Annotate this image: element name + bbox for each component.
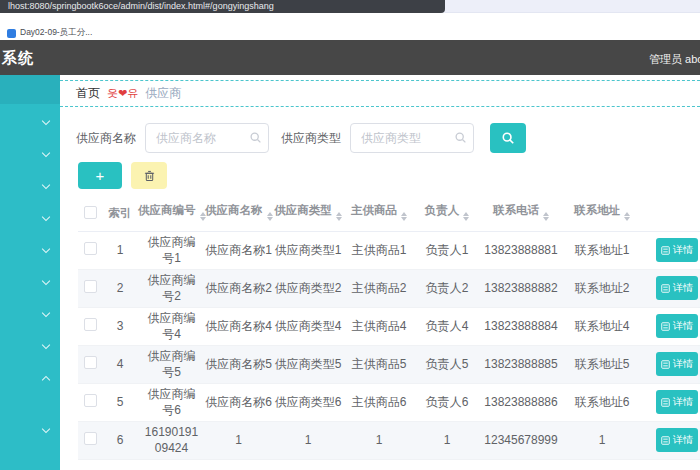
breadcrumb-home[interactable]: 首页 (76, 85, 100, 102)
cell-main-product: 1 (344, 421, 414, 459)
row-checkbox[interactable] (84, 280, 97, 293)
cell-supplier-code: 1619019109424 (138, 421, 205, 459)
cell-phone: 13823888885 (480, 345, 562, 383)
cell-index: 2 (102, 269, 138, 307)
sort-caret-icon[interactable] (267, 209, 273, 224)
url-text: lhost:8080/springbootk6oce/admin/dist/in… (8, 1, 274, 11)
detail-button-label: 详情 (673, 319, 693, 333)
column-header-label: 联系地址 (574, 204, 620, 216)
cell-manager: 负责人6 (414, 383, 480, 421)
url-suggestion[interactable]: lhost:8080/springbootk6oce/admin/dist/in… (0, 0, 445, 13)
supplier-name-input-wrap (145, 123, 269, 153)
cell-index: 6 (102, 421, 138, 459)
sort-caret-icon[interactable] (336, 209, 342, 224)
detail-button[interactable]: 详情 (656, 390, 698, 414)
column-header[interactable]: 联系电话 (480, 197, 562, 231)
row-checkbox[interactable] (84, 394, 97, 407)
supplier-table: 索引供应商编号供应商名称供应商类型主供商品负责人联系电话联系地址 1 供应商编号… (78, 197, 700, 460)
cell-supplier-name: 供应商名称1 (205, 231, 272, 269)
cell-supplier-name: 1 (205, 421, 272, 459)
cell-supplier-type: 供应商类型4 (272, 307, 344, 345)
cell-supplier-type: 1 (272, 421, 344, 459)
column-header[interactable]: 供应商类型 (272, 197, 344, 231)
cell-supplier-code: 供应商编号1 (138, 231, 205, 269)
sidebar-header (0, 75, 60, 104)
detail-button-label: 详情 (673, 243, 693, 257)
detail-button[interactable]: 详情 (656, 428, 698, 452)
select-all-checkbox[interactable] (84, 206, 97, 219)
detail-button-label: 详情 (673, 395, 693, 409)
row-checkbox[interactable] (84, 242, 97, 255)
cell-address: 联系地址5 (562, 345, 642, 383)
actions-cell: 详情 (642, 345, 700, 383)
sort-caret-icon[interactable] (624, 209, 630, 224)
main-layout: 首页 웃❤유 供应商 供应商名称 供应商类型 (0, 75, 700, 470)
sidebar-item[interactable] (0, 330, 60, 362)
row-checkbox[interactable] (84, 318, 97, 331)
checkbox-cell (78, 383, 102, 421)
delete-button[interactable] (131, 162, 167, 189)
omnibox-background (445, 0, 700, 13)
cell-main-product: 主供商品6 (344, 383, 414, 421)
column-header-label: 联系电话 (493, 204, 539, 216)
cell-phone: 13823888882 (480, 269, 562, 307)
browser-top-strip: lhost:8080/springbootk6oce/admin/dist/in… (0, 0, 700, 13)
cell-supplier-type: 供应商类型5 (272, 345, 344, 383)
search-button[interactable] (490, 123, 526, 153)
search-icon (454, 131, 467, 144)
actions-cell: 详情 (642, 231, 700, 269)
column-header[interactable]: 供应商名称 (205, 197, 272, 231)
user-info[interactable]: 管理员 abo (649, 52, 700, 67)
detail-button[interactable]: 详情 (656, 238, 698, 262)
sidebar-item[interactable] (0, 202, 60, 234)
sidebar-item[interactable] (0, 234, 60, 266)
cell-supplier-name: 供应商名称4 (205, 307, 272, 345)
sidebar-item[interactable] (0, 298, 60, 330)
column-header[interactable]: 供应商编号 (138, 197, 205, 231)
sidebar-item[interactable] (0, 362, 60, 394)
cell-phone: 13823888886 (480, 383, 562, 421)
row-checkbox[interactable] (84, 432, 97, 445)
add-button[interactable]: + (78, 162, 122, 189)
sidebar-item[interactable] (0, 414, 60, 446)
detail-button-label: 详情 (673, 281, 693, 295)
sort-caret-icon[interactable] (543, 209, 549, 224)
cell-supplier-name: 供应商名称6 (205, 383, 272, 421)
sidebar-item[interactable] (0, 266, 60, 298)
detail-icon (661, 284, 670, 293)
sort-caret-icon[interactable] (463, 209, 469, 224)
sidebar-item[interactable] (0, 138, 60, 170)
column-header[interactable]: 负责人 (414, 197, 480, 231)
cell-supplier-code: 供应商编号6 (138, 383, 205, 421)
sort-caret-icon[interactable] (401, 209, 407, 224)
column-header[interactable]: 主供商品 (344, 197, 414, 231)
chevron-down-icon (42, 245, 50, 253)
breadcrumb-current: 供应商 (145, 85, 181, 102)
cell-supplier-code: 供应商编号5 (138, 345, 205, 383)
cell-supplier-type: 供应商类型6 (272, 383, 344, 421)
chevron-down-icon (42, 425, 50, 433)
cell-main-product: 主供商品1 (344, 231, 414, 269)
chevron-down-icon (42, 277, 50, 285)
detail-button[interactable]: 详情 (656, 314, 698, 338)
bookmark-item[interactable]: Day02-09-员工分... (20, 27, 92, 39)
sidebar-item[interactable] (0, 106, 60, 138)
detail-icon (661, 398, 670, 407)
column-header[interactable]: 联系地址 (562, 197, 642, 231)
column-header-label: 供应商名称 (205, 204, 263, 216)
detail-button[interactable]: 详情 (656, 276, 698, 300)
sidebar-item[interactable] (0, 170, 60, 202)
cell-supplier-type: 供应商类型1 (272, 231, 344, 269)
bookmark-favicon-icon (7, 29, 16, 38)
table-header-row: 索引供应商编号供应商名称供应商类型主供商品负责人联系电话联系地址 (78, 197, 700, 231)
table-row: 5 供应商编号6 供应商名称6 供应商类型6 主供商品6 负责人6 138238… (78, 383, 700, 421)
row-checkbox[interactable] (84, 356, 97, 369)
table-row: 6 1619019109424 1 1 1 1 12345678999 1 详情 (78, 421, 700, 459)
filter-bar: 供应商名称 供应商类型 (60, 123, 700, 153)
cell-address: 联系地址6 (562, 383, 642, 421)
cell-supplier-code: 供应商编号4 (138, 307, 205, 345)
select-all-header (78, 197, 102, 231)
cell-main-product: 主供商品5 (344, 345, 414, 383)
actions-column-header (642, 197, 700, 231)
detail-button[interactable]: 详情 (656, 352, 698, 376)
